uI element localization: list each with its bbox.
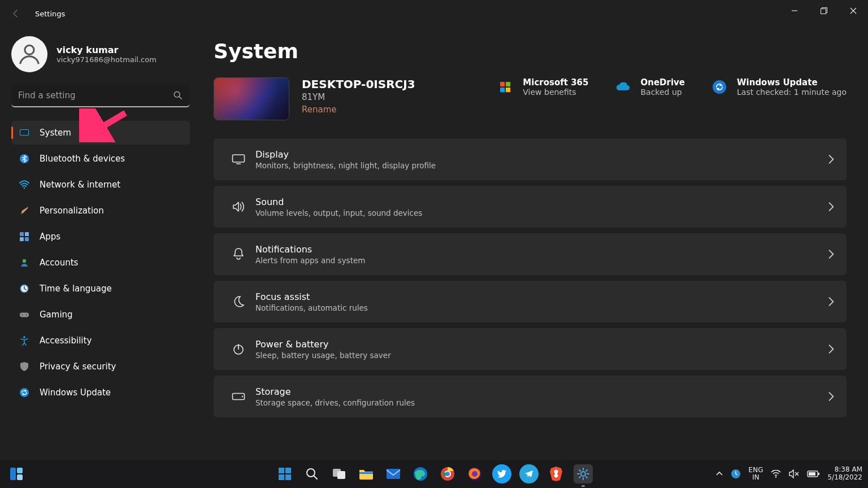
nav-label: Network & internet [40, 180, 120, 190]
svg-point-18 [23, 336, 25, 338]
pc-block[interactable]: DESKTOP-0ISRCJ3 81YM Rename [214, 77, 415, 120]
shield-icon [19, 361, 29, 372]
accessibility-icon [19, 336, 29, 346]
start-icon[interactable] [275, 464, 294, 483]
titlebar: Settings [0, 0, 868, 27]
firefox-icon[interactable] [465, 464, 484, 483]
window-controls [780, 0, 868, 21]
pc-name: DESKTOP-0ISRCJ3 [302, 77, 415, 91]
svg-rect-20 [500, 82, 505, 86]
clock-indicator[interactable]: 8:38 AM 5/18/2022 [827, 466, 862, 482]
user-block[interactable]: vicky kumar vicky971686@hotmail.com [11, 36, 190, 72]
card-sub: Storage space, drives, configuration rul… [255, 398, 415, 407]
bluetooth-icon [19, 154, 29, 164]
card-title: Focus assist [255, 291, 368, 302]
rename-link[interactable]: Rename [302, 104, 415, 115]
card-power[interactable]: Power & batterySleep, battery usage, bat… [214, 328, 847, 370]
mail-icon[interactable] [384, 464, 403, 483]
svg-point-17 [26, 315, 27, 316]
svg-rect-10 [20, 237, 24, 241]
volume-mute-icon[interactable] [789, 469, 799, 478]
nav-label: Accessibility [40, 336, 92, 346]
tile-title: Windows Update [737, 77, 847, 88]
sidebar-item-accessibility[interactable]: Accessibility [11, 329, 190, 352]
tray-chevron-icon[interactable] [716, 471, 723, 477]
svg-rect-23 [506, 88, 510, 92]
system-tray[interactable]: ENG IN 8:38 AM 5/18/2022 [716, 466, 862, 482]
nav-label: Privacy & security [40, 361, 116, 372]
widgets-icon[interactable] [7, 464, 26, 483]
chrome-icon[interactable] [438, 464, 457, 483]
chevron-right-icon [828, 250, 834, 259]
nav-label: Bluetooth & devices [40, 154, 125, 164]
sidebar-item-gaming[interactable]: Gaming [11, 303, 190, 326]
card-sound[interactable]: SoundVolume levels, output, input, sound… [214, 186, 847, 228]
maximize-button[interactable] [809, 0, 839, 21]
settings-app-icon[interactable] [574, 464, 593, 483]
svg-point-19 [20, 388, 29, 397]
taskbar: ENG IN 8:38 AM 5/18/2022 [0, 460, 868, 488]
search-input[interactable] [11, 85, 190, 107]
taskbar-center [275, 464, 593, 483]
close-button[interactable] [839, 0, 868, 21]
sidebar-item-privacy[interactable]: Privacy & security [11, 355, 190, 378]
card-sub: Notifications, automatic rules [255, 303, 368, 312]
card-storage[interactable]: StorageStorage space, drives, configurat… [214, 376, 847, 417]
card-focus[interactable]: Focus assistNotifications, automatic rul… [214, 281, 847, 323]
card-sub: Alerts from apps and system [255, 256, 365, 265]
tile-title: Microsoft 365 [523, 77, 588, 88]
svg-rect-33 [279, 468, 284, 473]
svg-point-24 [713, 80, 726, 94]
sidebar-item-update[interactable]: Windows Update [11, 381, 190, 404]
update-badge-icon [710, 77, 729, 97]
tile-title: OneDrive [640, 77, 685, 88]
svg-point-50 [775, 476, 776, 477]
sidebar-item-network[interactable]: Network & internet [11, 173, 190, 197]
svg-rect-36 [285, 474, 291, 480]
wifi-icon [19, 180, 29, 190]
tray-clock-icon[interactable] [731, 469, 741, 479]
svg-rect-5 [20, 130, 28, 135]
sidebar-item-apps[interactable]: Apps [11, 225, 190, 249]
wifi-tray-icon[interactable] [771, 470, 781, 478]
tile-winupdate[interactable]: Windows UpdateLast checked: 1 minute ago [710, 77, 847, 97]
sidebar-item-accounts[interactable]: Accounts [11, 251, 190, 274]
settings-cards: DisplayMonitors, brightness, night light… [214, 138, 847, 417]
card-title: Storage [255, 386, 415, 397]
minimize-button[interactable] [780, 0, 809, 21]
card-notifications[interactable]: NotificationsAlerts from apps and system [214, 233, 847, 275]
twitter-icon[interactable] [492, 464, 511, 483]
card-display[interactable]: DisplayMonitors, brightness, night light… [214, 138, 847, 180]
telegram-icon[interactable] [519, 464, 539, 483]
moon-icon [226, 295, 251, 308]
lang-line2: IN [749, 474, 763, 481]
sidebar-item-personalization[interactable]: Personalization [11, 199, 190, 223]
sidebar: vicky kumar vicky971686@hotmail.com Syst… [0, 27, 198, 460]
svg-rect-22 [500, 88, 505, 92]
sidebar-item-bluetooth[interactable]: Bluetooth & devices [11, 147, 190, 171]
tile-sub: View benefits [523, 88, 588, 97]
system-icon [19, 128, 29, 138]
user-email: vicky971686@hotmail.com [57, 55, 157, 64]
svg-point-7 [24, 188, 25, 189]
language-indicator[interactable]: ENG IN [749, 467, 763, 481]
tile-ms365[interactable]: Microsoft 365View benefits [496, 77, 588, 97]
brave-icon[interactable] [546, 464, 566, 483]
chevron-right-icon [828, 345, 834, 354]
edge-icon[interactable] [411, 464, 430, 483]
tile-onedrive[interactable]: OneDriveBacked up [613, 77, 685, 97]
battery-icon[interactable] [807, 470, 819, 477]
brush-icon [19, 206, 29, 216]
explorer-icon[interactable] [357, 464, 376, 483]
chevron-right-icon [828, 392, 834, 401]
search-taskbar-icon[interactable] [302, 464, 322, 483]
avatar [11, 36, 47, 72]
svg-rect-30 [10, 468, 16, 480]
sidebar-item-time[interactable]: Time & language [11, 277, 190, 300]
taskview-icon[interactable] [329, 464, 349, 483]
back-button[interactable] [5, 2, 27, 25]
update-icon [19, 387, 29, 398]
sidebar-item-system[interactable]: System [11, 121, 190, 145]
wallpaper-thumb [214, 77, 289, 120]
search-box[interactable] [11, 85, 190, 107]
